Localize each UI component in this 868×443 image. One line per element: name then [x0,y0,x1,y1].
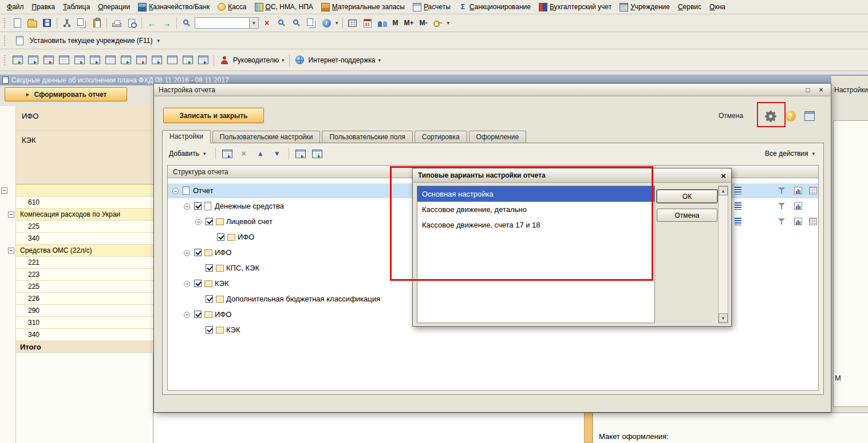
menu-inventory[interactable]: Материальные запасы [317,1,409,13]
delete-button[interactable]: × [237,147,251,160]
memory-recall-button[interactable]: М [390,19,401,27]
search-combobox[interactable]: ▼ [195,17,259,29]
report-panel-button-4[interactable] [57,53,71,67]
manager-button[interactable] [218,53,231,67]
all-actions-button[interactable]: Все действия ▾ [760,148,820,159]
service-dropdown-arrow[interactable]: ▾ [446,20,451,26]
print-preview-button[interactable] [125,16,139,30]
report-panel-button-7[interactable] [104,53,117,67]
tab-settings[interactable]: Настройки [162,130,211,143]
table-row[interactable]: 610 [16,197,153,209]
filter-icon[interactable] [778,218,785,225]
scroll-up-button[interactable]: ▲ [719,186,728,195]
tree-checkbox[interactable] [206,218,213,225]
tree-checkbox[interactable] [206,295,213,303]
menu-accounting[interactable]: Бухгалтерский учет [535,1,616,13]
dialog-titlebar[interactable]: Настройка отчета □ × [154,84,831,96]
group-button[interactable] [294,147,307,160]
menu-operations[interactable]: Операции [94,1,134,13]
menu-windows[interactable]: Окна [705,1,729,13]
selected-fields-icon[interactable] [735,187,741,194]
contacts-button[interactable] [376,16,389,30]
appearance-icon[interactable] [809,218,817,225]
table-row[interactable]: 221 [16,257,153,269]
tab-user-fields[interactable]: Пользовательские поля [322,131,412,143]
institution-dropdown-arrow[interactable]: ▾ [156,38,161,44]
table-row[interactable]: 223 [16,269,153,281]
report-panel-button-8[interactable] [119,53,133,67]
report-panel-button-13[interactable] [196,53,210,67]
collapse-group-icon[interactable] [8,211,14,218]
tree-checkbox[interactable] [206,326,213,334]
collapse-icon[interactable] [184,203,190,210]
memory-plus-button[interactable]: М+ [402,19,416,27]
selected-fields-icon[interactable] [735,202,741,210]
print-button[interactable] [110,16,124,30]
menu-treasury-bank[interactable]: Казначейство/Банк [134,1,214,13]
appearance-icon[interactable] [809,187,817,194]
collapse-icon[interactable] [184,312,190,318]
tree-checkbox[interactable] [194,202,202,210]
memory-minus-button[interactable]: М- [417,19,430,27]
report-panel-button-2[interactable] [26,53,40,67]
change-structure-button[interactable] [220,147,234,160]
menu-cash[interactable]: Касса [214,1,250,13]
report-panel-button-1[interactable] [11,53,25,67]
move-up-button[interactable]: ▲ [254,147,267,160]
manager-dropdown-arrow[interactable]: ▾ [281,57,286,63]
calendar-button[interactable]: 31 [361,16,374,30]
table-row[interactable]: Средства ОМС (22л/с) [16,245,153,257]
cut-button[interactable] [60,16,74,30]
internet-support-label[interactable]: Интернет-поддержка [309,56,376,64]
save-and-close-button[interactable]: Записать и закрыть [163,108,264,123]
report-panel-button-12[interactable] [181,53,195,67]
report-panel-button-5[interactable] [73,53,86,67]
copy-button[interactable] [75,16,89,30]
collapse-icon[interactable] [184,281,190,287]
report-panel-button-6[interactable] [88,53,102,67]
scroll-down-button[interactable]: ▼ [719,313,728,323]
menu-authorization[interactable]: ΣСанкционирование [455,1,535,13]
table-row[interactable] [16,185,153,197]
move-down-button[interactable]: ▼ [270,147,284,160]
table-row[interactable]: 225 [16,281,153,293]
table-row[interactable]: 290 [16,305,153,317]
report-panel-button-9[interactable] [135,53,148,67]
collapse-icon[interactable] [195,219,202,225]
chart-icon[interactable] [794,202,802,210]
zoom-in-button[interactable] [275,16,289,30]
menu-settlements[interactable]: Расчеты [409,1,455,13]
collapse-icon[interactable] [184,250,190,256]
tree-checkbox[interactable] [194,280,202,287]
table-row[interactable]: 310 [16,317,153,329]
collapse-group-icon[interactable] [1,187,7,194]
copies-button[interactable] [305,16,318,30]
internet-support-button[interactable] [293,53,307,67]
table-button[interactable] [346,16,360,30]
paste-button[interactable] [90,16,104,30]
zoom-out-button[interactable] [290,16,303,30]
set-institution-button[interactable] [13,34,26,48]
tree-checkbox[interactable] [194,311,202,318]
report-panel-button-11[interactable] [165,53,179,67]
save-button[interactable] [40,16,54,30]
info-dropdown-arrow[interactable]: ▾ [334,20,340,26]
report-panel-button-3[interactable] [42,53,56,67]
table-row[interactable]: 225 [16,221,153,233]
menu-institution[interactable]: Учреждение [616,1,674,13]
report-panel-button-10[interactable] [150,53,164,67]
filter-icon[interactable] [778,202,785,210]
popup-cancel-button[interactable]: Отмена [657,209,717,222]
chart-icon[interactable] [794,218,802,225]
menu-fixed-assets[interactable]: ОС, НМА, НПА [251,1,317,13]
open-button[interactable] [25,16,39,30]
ok-button[interactable]: ОК [657,190,717,203]
info-button[interactable]: i [319,16,333,30]
combo-dropdown-button[interactable]: ▼ [249,18,258,28]
undo-button[interactable]: ← [145,16,159,30]
tree-checkbox[interactable] [217,233,224,241]
service-settings-button[interactable] [431,16,445,30]
generate-report-button[interactable]: ► Сформировать отчет [5,87,127,101]
find-button[interactable] [180,16,194,30]
tab-sorting[interactable]: Сортировка [415,131,467,143]
